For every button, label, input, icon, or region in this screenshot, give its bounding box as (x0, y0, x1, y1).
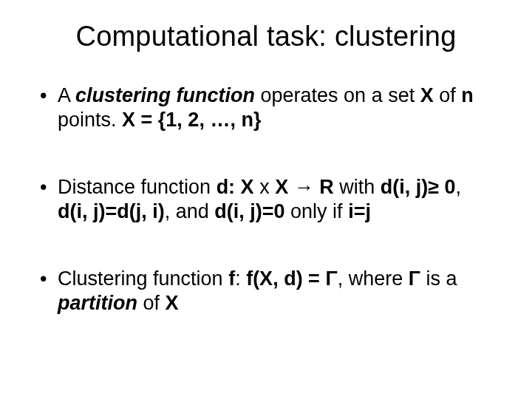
text-bold: n (461, 84, 474, 106)
text: Clustering function (58, 267, 228, 290)
text-bold: f (228, 267, 235, 290)
text: points. (58, 109, 122, 131)
bullet-3: Clustering function f: f(X, d) = Γ, wher… (37, 267, 495, 316)
text: : (235, 267, 246, 290)
text: with (334, 176, 381, 198)
bullet-list: A clustering function operates on a set … (37, 83, 495, 316)
slide: Computational task: clustering A cluster… (0, 0, 532, 399)
text: only if (290, 200, 348, 222)
text-bold: d(i, j)≥ 0 (381, 176, 456, 198)
text-bold: X (420, 84, 434, 106)
text: of (434, 84, 462, 106)
text-bold: R (314, 176, 334, 198)
text-bold: i=j (348, 200, 371, 222)
text-bold: d: X (216, 176, 254, 198)
text: operates on a set (255, 84, 420, 106)
text: Distance function (58, 176, 216, 198)
text-bold-italic: clustering function (75, 84, 255, 106)
text-bold: d(i, j)=d(j, i) (58, 200, 165, 222)
bullet-1: A clustering function operates on a set … (37, 83, 495, 132)
text-bold: X (275, 176, 294, 198)
text: , where (338, 267, 409, 290)
text-bold-italic: partition (58, 292, 137, 314)
text: is a (420, 267, 457, 290)
text-bold: X = {1, 2, …, n} (122, 109, 261, 131)
text-bold: f(X, d) = Γ (246, 267, 337, 290)
text-bold: Γ (409, 267, 420, 290)
text: of (137, 292, 166, 314)
text: A (58, 84, 75, 106)
text: , and (165, 200, 215, 222)
text-bold: d(i, j)=0 (214, 200, 290, 222)
arrow-icon: → (294, 176, 314, 198)
slide-title: Computational task: clustering (37, 21, 495, 52)
bullet-2: Distance function d: X x X → R with d(i,… (37, 175, 495, 224)
text-bold: X (166, 292, 179, 314)
text: x (254, 176, 276, 198)
text: , (456, 176, 462, 198)
